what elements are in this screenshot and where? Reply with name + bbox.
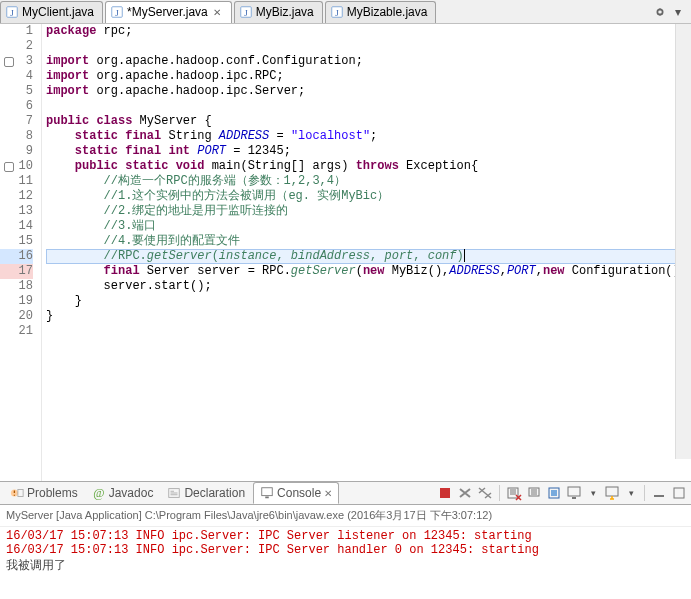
vertical-scrollbar[interactable] <box>675 24 691 459</box>
chevron-down-icon[interactable]: ▾ <box>671 5 685 19</box>
line-number: 14 <box>0 219 33 234</box>
code-line[interactable]: import org.apache.hadoop.ipc.RPC; <box>46 69 691 84</box>
views-tabbar: Problems@JavadocDeclarationConsole✕ ▾ ▾ <box>0 481 691 505</box>
svg-rect-12 <box>262 488 273 496</box>
view-tab-label: Declaration <box>184 486 245 500</box>
editor-toolbar: ▾ <box>647 5 691 19</box>
code-line[interactable]: //构造一个RPC的服务端（参数：1,2,3,4） <box>46 174 691 189</box>
line-number: 12 <box>0 189 33 204</box>
code-line[interactable]: //RPC.getServer(instance, bindAddress, p… <box>46 249 691 264</box>
svg-rect-22 <box>654 495 664 497</box>
svg-rect-14 <box>440 488 450 498</box>
line-number-gutter: 123456789101112131415161718192021 <box>0 24 42 481</box>
code-line[interactable]: public static void main(String[] args) t… <box>46 159 691 174</box>
svg-rect-13 <box>265 497 269 499</box>
code-lines[interactable]: package rpc;import org.apache.hadoop.con… <box>42 24 691 481</box>
pin-console-button[interactable] <box>546 485 562 501</box>
chevron-down-icon[interactable]: ▾ <box>624 486 638 500</box>
code-editor[interactable]: 123456789101112131415161718192021 packag… <box>0 24 691 481</box>
code-line[interactable]: import org.apache.hadoop.ipc.Server; <box>46 84 691 99</box>
code-line[interactable]: } <box>46 294 691 309</box>
code-line[interactable]: package rpc; <box>46 24 691 39</box>
view-tab-declaration[interactable]: Declaration <box>161 482 251 504</box>
svg-rect-21 <box>606 487 618 496</box>
view-tab-javadoc[interactable]: @Javadoc <box>86 482 160 504</box>
svg-rect-19 <box>568 487 580 496</box>
line-number: 20 <box>0 309 33 324</box>
java-file-icon: J <box>239 5 253 19</box>
chevron-down-icon[interactable]: ▾ <box>586 486 600 500</box>
svg-text:J: J <box>10 8 14 18</box>
code-line[interactable]: //2.绑定的地址是用于监听连接的 <box>46 204 691 219</box>
tab-label: MyClient.java <box>22 5 94 19</box>
code-line[interactable]: final Server server = RPC.getServer(new … <box>46 264 691 279</box>
editor-tab[interactable]: J*MyServer.java✕ <box>105 1 232 23</box>
line-number: 11 <box>0 174 33 189</box>
line-number: 9 <box>0 144 33 159</box>
line-number: 10 <box>0 159 33 174</box>
view-tab-label: Javadoc <box>109 486 154 500</box>
display-selected-button[interactable] <box>566 485 582 501</box>
javadoc-icon: @ <box>92 486 106 500</box>
line-number: 17 <box>0 264 33 279</box>
code-line[interactable]: //4.要使用到的配置文件 <box>46 234 691 249</box>
line-number: 8 <box>0 129 33 144</box>
link-icon[interactable] <box>653 5 667 19</box>
code-line[interactable]: static final String ADDRESS = "localhost… <box>46 129 691 144</box>
svg-text:@: @ <box>93 486 104 500</box>
code-line[interactable] <box>46 99 691 114</box>
editor-tabbar: JMyClient.javaJ*MyServer.java✕JMyBiz.jav… <box>0 0 691 24</box>
svg-rect-18 <box>551 490 557 496</box>
line-number: 16 <box>0 249 33 264</box>
line-number: 13 <box>0 204 33 219</box>
java-file-icon: J <box>110 5 124 19</box>
console-line: 我被调用了 <box>6 557 685 574</box>
problems-icon <box>10 486 24 500</box>
code-line[interactable] <box>46 39 691 54</box>
code-line[interactable]: //3.端口 <box>46 219 691 234</box>
open-console-button[interactable] <box>604 485 620 501</box>
code-line[interactable]: import org.apache.hadoop.conf.Configurat… <box>46 54 691 69</box>
terminate-button[interactable] <box>437 485 453 501</box>
code-line[interactable]: //1.这个实例中的方法会被调用（eg. 实例MyBic） <box>46 189 691 204</box>
line-number: 21 <box>0 324 33 339</box>
editor-tab[interactable]: JMyBizable.java <box>325 1 437 23</box>
view-tab-console[interactable]: Console✕ <box>253 482 339 504</box>
console-icon <box>260 486 274 500</box>
view-tab-problems[interactable]: Problems <box>4 482 84 504</box>
svg-text:J: J <box>115 8 119 18</box>
code-line[interactable]: } <box>46 309 691 324</box>
console-output[interactable]: 16/03/17 15:07:13 INFO ipc.Server: IPC S… <box>0 527 691 599</box>
console-toolbar: ▾ ▾ <box>437 485 687 501</box>
line-number: 4 <box>0 69 33 84</box>
line-number: 15 <box>0 234 33 249</box>
scroll-lock-button[interactable] <box>526 485 542 501</box>
tab-label: *MyServer.java <box>127 5 208 19</box>
line-number: 2 <box>0 39 33 54</box>
remove-all-button[interactable] <box>477 485 493 501</box>
code-line[interactable] <box>46 324 691 339</box>
console-header: MyServer [Java Application] C:\Program F… <box>0 505 691 527</box>
java-file-icon: J <box>5 5 19 19</box>
maximize-view-button[interactable] <box>671 485 687 501</box>
console-line: 16/03/17 15:07:13 INFO ipc.Server: IPC S… <box>6 529 685 543</box>
code-line[interactable]: public class MyServer { <box>46 114 691 129</box>
svg-rect-9 <box>18 490 23 497</box>
svg-rect-20 <box>572 497 576 499</box>
minimize-view-button[interactable] <box>651 485 667 501</box>
line-number: 19 <box>0 294 33 309</box>
close-icon[interactable]: ✕ <box>211 6 223 18</box>
console-line: 16/03/17 15:07:13 INFO ipc.Server: IPC S… <box>6 543 685 557</box>
editor-tab[interactable]: JMyBiz.java <box>234 1 323 23</box>
remove-launch-button[interactable] <box>457 485 473 501</box>
code-line[interactable]: static final int PORT = 12345; <box>46 144 691 159</box>
tab-label: MyBiz.java <box>256 5 314 19</box>
editor-tab[interactable]: JMyClient.java <box>0 1 103 23</box>
view-tab-label: Problems <box>27 486 78 500</box>
clear-console-button[interactable] <box>506 485 522 501</box>
line-number: 1 <box>0 24 33 39</box>
close-icon[interactable]: ✕ <box>324 488 332 499</box>
line-number: 5 <box>0 84 33 99</box>
view-tab-label: Console <box>277 486 321 500</box>
code-line[interactable]: server.start(); <box>46 279 691 294</box>
